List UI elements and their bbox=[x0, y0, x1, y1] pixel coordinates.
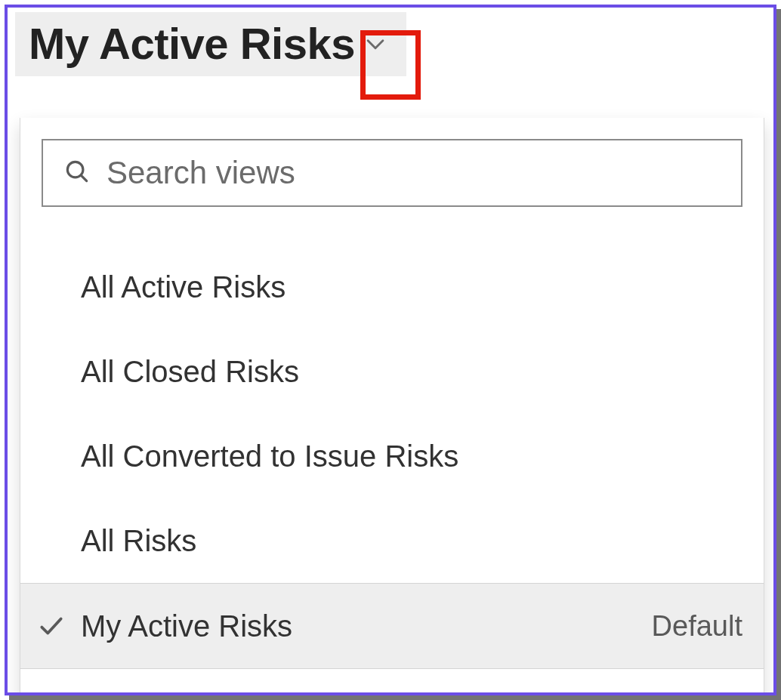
search-views-box[interactable] bbox=[42, 139, 742, 207]
view-item-all-active-risks[interactable]: All Active Risks bbox=[20, 245, 764, 329]
svg-line-1 bbox=[81, 175, 86, 180]
view-selector-trigger[interactable]: My Active Risks bbox=[15, 12, 406, 76]
view-item-label: All Converted to Issue Risks bbox=[81, 439, 742, 473]
checkmark-icon bbox=[37, 612, 66, 640]
view-item-my-active-risks[interactable]: My Active Risks Default bbox=[20, 583, 764, 669]
search-views-input[interactable] bbox=[105, 154, 721, 192]
search-views-container bbox=[42, 139, 742, 207]
view-item-all-closed-risks[interactable]: All Closed Risks bbox=[20, 329, 764, 414]
search-icon bbox=[63, 157, 91, 189]
chevron-down-icon bbox=[363, 31, 388, 57]
default-badge: Default bbox=[652, 610, 742, 643]
view-selector-dropdown: All Active Risks All Closed Risks All Co… bbox=[20, 118, 764, 695]
view-selector-title: My Active Risks bbox=[29, 18, 355, 69]
view-item-all-converted-risks[interactable]: All Converted to Issue Risks bbox=[20, 414, 764, 498]
view-item-label: All Active Risks bbox=[81, 270, 742, 304]
view-list: All Active Risks All Closed Risks All Co… bbox=[20, 222, 764, 695]
list-spacer bbox=[20, 669, 764, 695]
view-item-label: All Risks bbox=[81, 524, 742, 558]
view-item-all-risks[interactable]: All Risks bbox=[20, 498, 764, 583]
view-selector-panel: My Active Risks All Active Risks All Clo… bbox=[5, 5, 776, 695]
view-item-label: All Closed Risks bbox=[81, 355, 742, 389]
view-item-label: My Active Risks bbox=[81, 609, 652, 643]
